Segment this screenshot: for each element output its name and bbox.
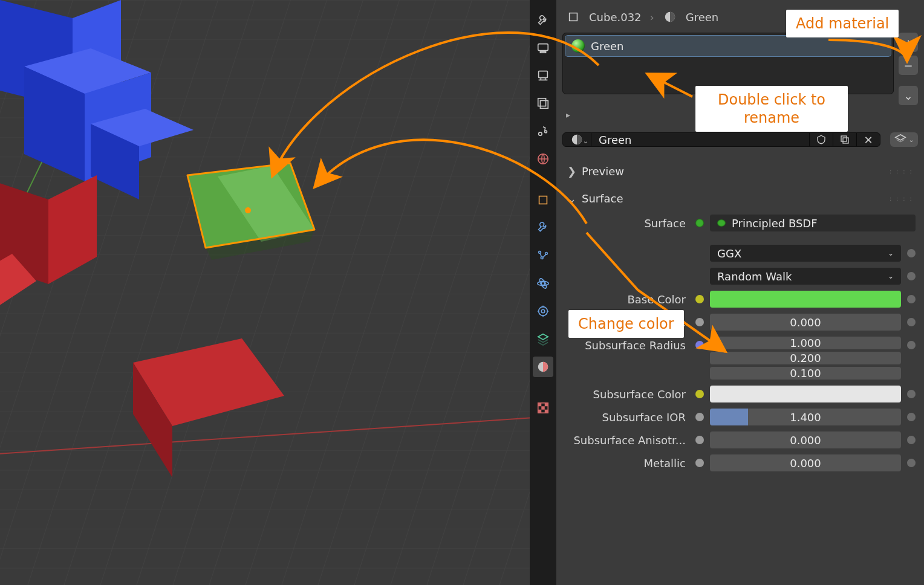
- triangle-right-icon[interactable]: ▸: [566, 110, 570, 120]
- subsurface-value[interactable]: 0.000: [710, 314, 901, 331]
- new-material-button[interactable]: [833, 133, 856, 146]
- world-tab[interactable]: [533, 149, 553, 169]
- material-name-field[interactable]: Green: [591, 133, 809, 146]
- svg-rect-43: [538, 403, 542, 407]
- surface-panel-header[interactable]: ⌄ Surface : : : :: [562, 185, 918, 212]
- svg-point-35: [541, 257, 543, 259]
- socket-dot-icon[interactable]: [695, 295, 704, 303]
- material-slot-name[interactable]: Green: [591, 40, 624, 53]
- drag-handle-icon[interactable]: : : : :: [575, 112, 917, 120]
- options-dot-icon[interactable]: [907, 341, 916, 349]
- viewlayer-tab[interactable]: [533, 93, 553, 114]
- metallic-value[interactable]: 0.000: [710, 454, 901, 471]
- options-dot-icon[interactable]: [907, 459, 916, 467]
- subsurface-method-value: Random Walk: [717, 270, 792, 283]
- svg-point-23: [245, 207, 251, 213]
- breadcrumb-object[interactable]: Cube.032: [589, 11, 642, 24]
- subsurface-radius-x[interactable]: 1.000: [710, 337, 901, 349]
- material-swatch-icon: [571, 39, 585, 53]
- svg-rect-47: [545, 410, 548, 413]
- chevron-down-icon: ⌄: [888, 272, 894, 280]
- subsurface-method-dropdown[interactable]: Random Walk ⌄: [710, 268, 901, 285]
- object-icon: [566, 10, 581, 24]
- svg-point-30: [545, 131, 547, 133]
- svg-point-40: [541, 309, 545, 313]
- material-slot-specials-button[interactable]: ⌄: [899, 86, 918, 105]
- surface-label: Surface: [565, 217, 689, 230]
- svg-rect-46: [538, 410, 542, 413]
- drag-handle-icon[interactable]: : : : :: [890, 167, 913, 175]
- base-color-swatch[interactable]: [710, 291, 901, 308]
- socket-dot-icon[interactable]: [695, 436, 704, 444]
- socket-dot-icon[interactable]: [695, 413, 704, 421]
- surface-shader-dropdown[interactable]: Principled BSDF: [710, 215, 916, 231]
- options-dot-icon[interactable]: [907, 318, 916, 326]
- close-icon: ✕: [864, 134, 873, 146]
- material-slot-list[interactable]: Green: [562, 33, 894, 94]
- subsurface-aniso-label: Subsurface Anisotr...: [565, 434, 689, 447]
- socket-dot-icon[interactable]: [695, 318, 704, 326]
- chevron-down-icon: ⌄: [888, 249, 894, 257]
- socket-dot-icon[interactable]: [695, 459, 704, 467]
- svg-point-36: [541, 282, 545, 285]
- chevron-down-icon: ⌄: [903, 89, 913, 102]
- breadcrumb-material[interactable]: Green: [686, 11, 719, 24]
- output-tab[interactable]: [533, 65, 553, 86]
- options-dot-icon[interactable]: [907, 249, 916, 257]
- material-icon: [663, 10, 677, 24]
- svg-rect-52: [843, 138, 848, 143]
- subsurface-ior-label: Subsurface IOR: [565, 411, 689, 424]
- svg-point-34: [545, 253, 548, 255]
- properties-tab-strip: [530, 0, 556, 585]
- options-dot-icon[interactable]: [907, 413, 916, 421]
- fake-user-button[interactable]: [809, 133, 833, 146]
- physics-tab[interactable]: [533, 273, 553, 294]
- chevron-down-icon: ⌄: [567, 192, 576, 205]
- preview-panel-header[interactable]: ❯ Preview : : : :: [562, 158, 918, 185]
- metallic-label: Metallic: [565, 457, 689, 470]
- subsurface-label: Subsurface: [565, 316, 689, 329]
- unlink-material-button[interactable]: ✕: [856, 133, 880, 146]
- particles-tab[interactable]: [533, 245, 553, 266]
- svg-point-39: [539, 307, 548, 316]
- add-material-slot-button[interactable]: ＋: [899, 33, 918, 52]
- material-tab[interactable]: [533, 357, 553, 377]
- data-tab[interactable]: [533, 329, 553, 349]
- texture-tab[interactable]: [533, 398, 553, 418]
- options-dot-icon[interactable]: [907, 390, 916, 398]
- material-link-mode-button[interactable]: ⌄: [890, 132, 918, 147]
- distribution-dropdown[interactable]: GGX ⌄: [710, 245, 901, 262]
- subsurface-color-label: Subsurface Color: [565, 388, 689, 401]
- drag-handle-icon[interactable]: : : : :: [890, 195, 913, 202]
- tool-tab[interactable]: [533, 10, 553, 30]
- preview-panel-label: Preview: [582, 165, 624, 178]
- render-tab[interactable]: [533, 37, 553, 58]
- svg-point-38: [538, 277, 548, 289]
- options-dot-icon[interactable]: [907, 436, 916, 444]
- options-dot-icon[interactable]: [907, 272, 916, 280]
- socket-dot-icon[interactable]: [695, 219, 704, 227]
- remove-material-slot-button[interactable]: −: [899, 56, 918, 75]
- base-color-label: Base Color: [565, 293, 689, 306]
- subsurface-color-swatch[interactable]: [710, 386, 901, 402]
- svg-rect-48: [570, 13, 578, 21]
- socket-dot-icon[interactable]: [695, 390, 704, 398]
- subsurface-ior-value[interactable]: 1.400: [710, 409, 901, 425]
- object-tab[interactable]: [533, 190, 553, 210]
- subsurface-radius-z[interactable]: 0.100: [710, 367, 901, 380]
- modifier-tab[interactable]: [533, 218, 553, 238]
- svg-point-33: [539, 251, 541, 254]
- browse-material-button[interactable]: ⌄: [563, 133, 591, 146]
- socket-dot-icon[interactable]: [695, 341, 704, 349]
- subsurface-radius-label: Subsurface Radius: [565, 337, 689, 352]
- svg-rect-32: [539, 196, 547, 204]
- options-dot-icon[interactable]: [907, 295, 916, 303]
- scene-tab[interactable]: [533, 121, 553, 141]
- material-slot[interactable]: Green: [565, 36, 891, 56]
- constraints-tab[interactable]: [533, 301, 553, 322]
- svg-rect-25: [540, 51, 545, 53]
- subsurface-radius-y[interactable]: 0.200: [710, 352, 901, 364]
- subsurface-aniso-value[interactable]: 0.000: [710, 431, 901, 448]
- viewport-3d[interactable]: [0, 0, 530, 585]
- svg-rect-28: [540, 100, 548, 108]
